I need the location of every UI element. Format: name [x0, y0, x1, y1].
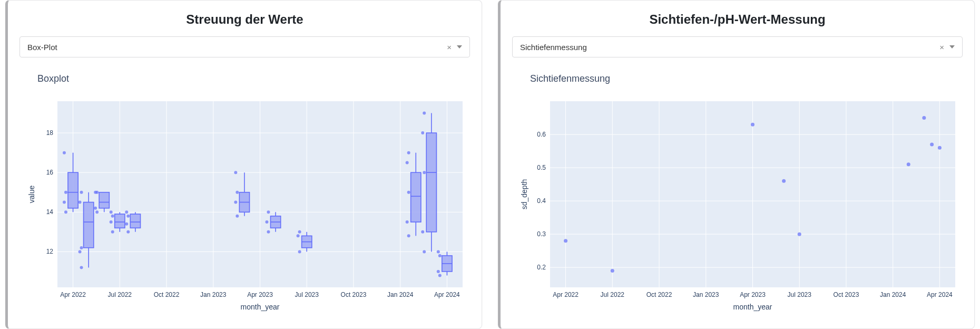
svg-point-73: [126, 215, 130, 218]
svg-point-34: [64, 210, 67, 214]
svg-text:14: 14: [46, 208, 54, 216]
scatter-chart[interactable]: 0.20.30.40.50.6Apr 2022Jul 2022Oct 2022J…: [512, 88, 963, 317]
svg-text:Apr 2022: Apr 2022: [553, 291, 579, 298]
svg-point-167: [930, 142, 934, 146]
svg-text:Jul 2022: Jul 2022: [601, 291, 625, 298]
svg-point-107: [407, 191, 410, 194]
svg-point-163: [782, 179, 786, 183]
svg-point-45: [80, 246, 83, 249]
svg-text:Apr 2023: Apr 2023: [740, 291, 766, 298]
svg-point-83: [234, 171, 237, 174]
svg-point-116: [421, 230, 424, 234]
svg-text:12: 12: [46, 248, 54, 255]
svg-text:Jul 2023: Jul 2023: [788, 291, 812, 298]
svg-point-89: [267, 230, 270, 234]
svg-point-119: [423, 112, 426, 115]
svg-point-37: [63, 151, 66, 154]
svg-rect-102: [411, 172, 421, 222]
svg-text:month_year: month_year: [733, 303, 772, 311]
svg-point-166: [922, 116, 926, 120]
svg-text:Jan 2024: Jan 2024: [387, 291, 414, 298]
svg-text:18: 18: [46, 129, 54, 137]
svg-text:0.6: 0.6: [537, 131, 546, 138]
svg-text:Apr 2024: Apr 2024: [434, 291, 460, 298]
svg-text:Jan 2023: Jan 2023: [693, 291, 719, 298]
svg-text:0.5: 0.5: [537, 164, 546, 171]
svg-point-161: [611, 269, 614, 273]
clear-icon[interactable]: ×: [447, 43, 452, 51]
clear-icon[interactable]: ×: [939, 43, 944, 51]
svg-point-82: [236, 191, 239, 194]
boxplot-chart[interactable]: 12141618Apr 2022Jul 2022Oct 2022Jan 2023…: [19, 88, 470, 317]
svg-point-108: [406, 161, 409, 164]
svg-rect-40: [84, 202, 94, 248]
svg-point-97: [298, 250, 301, 253]
svg-point-44: [79, 250, 82, 253]
svg-point-126: [437, 270, 440, 273]
svg-point-160: [564, 239, 567, 243]
svg-point-62: [111, 230, 114, 234]
svg-text:Oct 2023: Oct 2023: [341, 291, 367, 298]
svg-point-125: [438, 274, 442, 277]
svg-text:Jan 2023: Jan 2023: [200, 291, 227, 298]
select-plot-type[interactable]: Box-Plot ×: [19, 36, 470, 57]
svg-point-98: [297, 234, 300, 237]
svg-point-72: [125, 222, 128, 226]
svg-text:0.3: 0.3: [537, 230, 546, 238]
svg-point-118: [421, 131, 424, 134]
svg-rect-31: [68, 172, 78, 208]
svg-point-128: [437, 250, 440, 253]
select-value-right: Sichtiefenmessung: [520, 43, 939, 52]
svg-text:0.4: 0.4: [537, 197, 546, 205]
svg-text:Apr 2024: Apr 2024: [927, 291, 953, 298]
svg-point-81: [234, 201, 237, 204]
svg-point-47: [80, 191, 83, 194]
svg-point-53: [95, 210, 99, 214]
svg-text:0.2: 0.2: [537, 264, 546, 271]
svg-point-168: [938, 146, 942, 150]
svg-text:16: 16: [46, 169, 54, 176]
card-title-left: Streuung der Werte: [19, 12, 470, 27]
svg-point-115: [423, 250, 426, 253]
svg-point-36: [64, 191, 67, 194]
svg-point-99: [298, 230, 301, 234]
svg-point-164: [798, 233, 801, 236]
svg-text:Oct 2022: Oct 2022: [154, 291, 180, 298]
svg-rect-59: [115, 214, 125, 228]
card-boxplot: Streuung der Werte Box-Plot × Boxplot 12…: [5, 0, 482, 329]
select-measurement-type[interactable]: Sichtiefenmessung ×: [512, 36, 963, 57]
svg-point-109: [407, 151, 410, 154]
svg-point-105: [407, 234, 410, 237]
chevron-down-icon[interactable]: [949, 45, 955, 49]
chevron-down-icon[interactable]: [457, 45, 462, 49]
svg-point-117: [423, 171, 426, 174]
select-value-left: Box-Plot: [27, 43, 447, 52]
svg-point-63: [110, 220, 113, 224]
svg-point-91: [267, 210, 270, 214]
svg-point-90: [265, 220, 268, 224]
svg-text:sd_depth: sd_depth: [520, 179, 528, 210]
svg-text:Apr 2022: Apr 2022: [60, 291, 86, 298]
svg-rect-50: [99, 192, 109, 208]
svg-point-80: [236, 215, 239, 218]
svg-point-127: [438, 254, 442, 257]
svg-rect-112: [426, 133, 436, 232]
svg-point-64: [111, 215, 114, 218]
svg-text:month_year: month_year: [241, 303, 280, 311]
svg-point-56: [94, 191, 97, 194]
svg-text:Jan 2024: Jan 2024: [880, 291, 906, 298]
svg-point-43: [80, 266, 83, 269]
svg-text:Oct 2023: Oct 2023: [834, 291, 859, 298]
svg-point-162: [751, 123, 754, 127]
svg-point-54: [94, 207, 97, 210]
svg-text:Jul 2022: Jul 2022: [108, 291, 132, 298]
chart-title-right: Sichtiefenmessung: [530, 73, 963, 84]
svg-text:value: value: [27, 186, 36, 204]
svg-point-71: [126, 230, 130, 234]
svg-point-65: [110, 210, 113, 214]
svg-rect-68: [130, 214, 140, 228]
svg-point-165: [907, 162, 910, 166]
svg-point-106: [406, 220, 409, 224]
svg-point-46: [79, 201, 82, 204]
card-scatter: Sichtiefen-/pH-Wert-Messung Sichtiefenme…: [498, 0, 975, 329]
